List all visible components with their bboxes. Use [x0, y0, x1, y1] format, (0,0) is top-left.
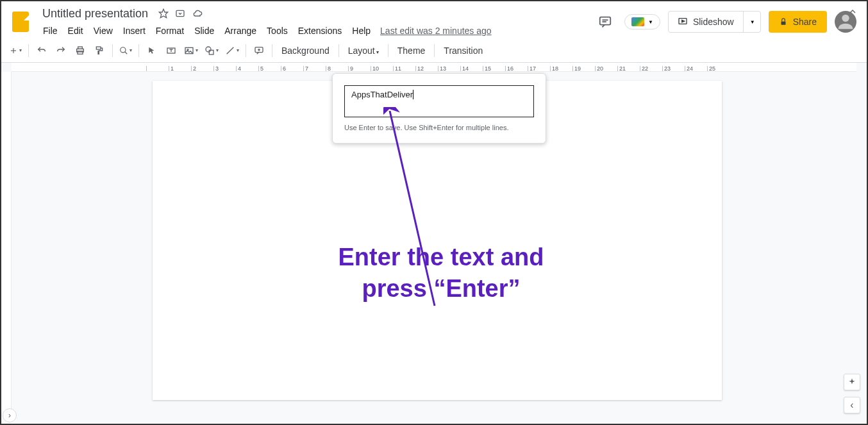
menu-help[interactable]: Help [347, 23, 375, 38]
title-area: Untitled presentation File Edit View Ins… [38, 6, 594, 38]
meet-button[interactable]: ▼ [624, 14, 660, 29]
menu-extensions[interactable]: Extensions [294, 23, 346, 38]
svg-marker-6 [682, 20, 685, 22]
comment-tool[interactable] [250, 42, 268, 60]
cloud-icon[interactable] [192, 8, 203, 19]
horizontal-ruler[interactable]: 1234567891011121314151617181920212223242… [12, 63, 856, 72]
slideshow-button[interactable]: Slideshow [669, 12, 744, 32]
transition-button[interactable]: Transition [438, 46, 488, 56]
meet-icon [631, 17, 644, 26]
app-header: Untitled presentation File Edit View Ins… [1, 1, 867, 38]
caret-down-icon: ▼ [750, 19, 755, 25]
background-button[interactable]: Background [276, 46, 335, 56]
select-tool[interactable] [143, 42, 161, 60]
share-label: Share [793, 17, 817, 27]
slides-logo[interactable] [8, 9, 33, 35]
theme-button[interactable]: Theme [392, 46, 431, 56]
shape-tool[interactable]: ▾ [202, 42, 221, 60]
share-button[interactable]: Share [769, 11, 827, 33]
layout-button[interactable]: Layout▾ [343, 46, 384, 56]
play-icon [678, 17, 688, 27]
lock-icon [779, 17, 788, 26]
svg-point-14 [121, 47, 126, 52]
undo-button[interactable] [33, 42, 51, 60]
menu-view[interactable]: View [89, 23, 117, 38]
zoom-button[interactable]: ▾ [117, 42, 135, 60]
header-actions: ▼ Slideshow ▼ Share [594, 10, 856, 33]
slideshow-label: Slideshow [693, 17, 734, 27]
menu-tools[interactable]: Tools [262, 23, 292, 38]
svg-rect-13 [96, 47, 101, 49]
move-icon[interactable] [175, 8, 185, 19]
last-edit-link[interactable]: Last edit was 2 minutes ago [380, 26, 492, 36]
redo-button[interactable] [52, 42, 70, 60]
svg-point-21 [206, 47, 211, 52]
paint-format-button[interactable] [90, 42, 108, 60]
textbox-tool[interactable] [162, 42, 180, 60]
toolbar: ▾ ▾ ▾ ▾ ▾ Background Layout▾ Theme Trans… [1, 38, 867, 63]
menu-arrange[interactable]: Arrange [220, 23, 261, 38]
new-slide-button[interactable]: ▾ [6, 42, 24, 60]
caret-down-icon: ▼ [648, 19, 653, 25]
menu-insert[interactable]: Insert [119, 23, 150, 38]
menu-edit[interactable]: Edit [63, 23, 88, 38]
canvas-area[interactable]: AppsThatDeliver Use Enter to save. Use S… [12, 72, 856, 412]
annotation-text: Enter the text and press “Enter” [313, 242, 569, 305]
svg-rect-2 [600, 17, 611, 25]
slideshow-group: Slideshow ▼ [668, 11, 761, 33]
vertical-ruler[interactable] [1, 72, 12, 412]
svg-rect-1 [176, 10, 184, 16]
line-tool[interactable]: ▾ [222, 42, 242, 60]
explore-button[interactable] [844, 374, 860, 390]
menu-slide[interactable]: Slide [190, 23, 219, 38]
right-side-buttons: ‹ [844, 374, 860, 413]
filmstrip-toggle[interactable]: › [3, 408, 17, 422]
star-icon[interactable] [158, 8, 169, 19]
side-panel-toggle[interactable]: ‹ [844, 397, 860, 413]
image-tool[interactable]: ▾ [181, 42, 201, 60]
print-button[interactable] [71, 42, 89, 60]
menu-format[interactable]: Format [151, 23, 188, 38]
svg-line-15 [125, 51, 128, 54]
svg-line-23 [227, 47, 234, 54]
svg-rect-7 [781, 21, 785, 24]
svg-rect-22 [209, 50, 213, 54]
document-title[interactable]: Untitled presentation [38, 6, 152, 22]
hide-menus-button[interactable] [847, 6, 858, 17]
workspace: 1234567891011121314151617181920212223242… [1, 63, 867, 425]
slideshow-dropdown[interactable]: ▼ [744, 12, 760, 32]
menu-file[interactable]: File [38, 23, 62, 38]
svg-rect-12 [78, 47, 83, 49]
svg-marker-0 [159, 9, 167, 17]
comments-icon[interactable] [594, 10, 617, 33]
menu-bar: File Edit View Insert Format Slide Arran… [38, 23, 594, 38]
